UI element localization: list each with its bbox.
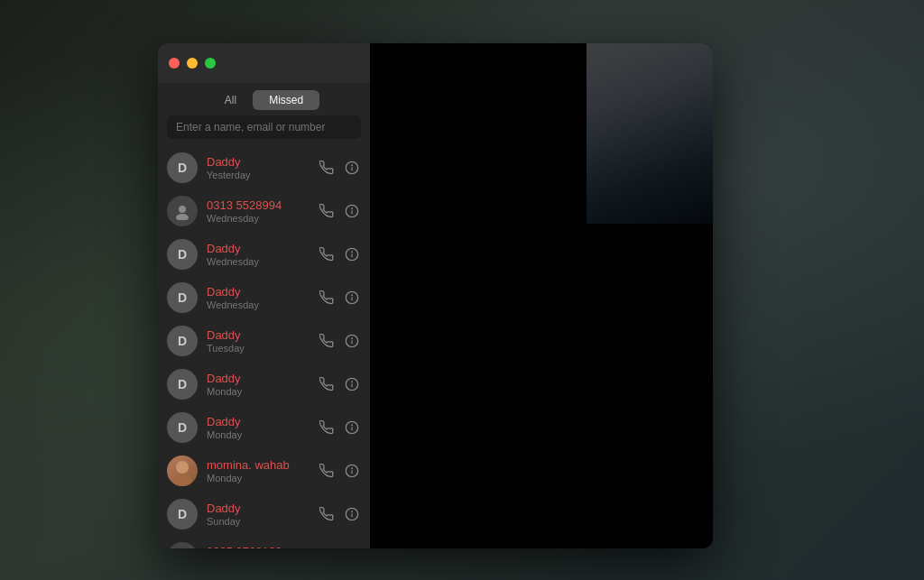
call-item[interactable]: momina. wahab Monday bbox=[158, 449, 370, 493]
call-list: D Daddy Yesterday bbox=[158, 146, 370, 548]
call-name: Daddy bbox=[207, 328, 309, 342]
call-name: 0305 9760160 bbox=[207, 545, 309, 548]
phone-icon[interactable] bbox=[318, 332, 336, 350]
minimize-button[interactable] bbox=[187, 58, 198, 69]
call-name: Daddy bbox=[207, 285, 309, 299]
call-item[interactable]: 0305 9760160 21/08/2021 bbox=[158, 536, 370, 548]
avatar: D bbox=[167, 239, 198, 270]
call-item[interactable]: D Daddy Tuesday bbox=[158, 319, 370, 363]
tab-bar: All Missed bbox=[158, 83, 370, 115]
call-item[interactable]: D Daddy Yesterday bbox=[158, 146, 370, 189]
svg-point-24 bbox=[172, 474, 192, 486]
call-time: Tuesday bbox=[207, 343, 309, 354]
call-time: Wednesday bbox=[207, 213, 309, 224]
call-item[interactable]: D Daddy Monday bbox=[158, 406, 370, 449]
info-icon[interactable] bbox=[343, 375, 361, 393]
call-item[interactable]: 0313 5528994 Wednesday bbox=[158, 189, 370, 233]
close-button[interactable] bbox=[169, 58, 180, 69]
right-panel bbox=[370, 43, 713, 548]
call-time: Monday bbox=[207, 386, 309, 397]
info-icon[interactable] bbox=[343, 505, 361, 523]
call-info: Daddy Sunday bbox=[207, 502, 309, 527]
call-name: Daddy bbox=[207, 372, 309, 385]
tab-missed[interactable]: Missed bbox=[253, 90, 319, 110]
avatar: D bbox=[167, 499, 198, 529]
phone-icon[interactable] bbox=[318, 202, 336, 220]
call-actions bbox=[318, 419, 361, 437]
call-actions bbox=[318, 332, 361, 350]
call-actions bbox=[318, 289, 361, 307]
call-info: Daddy Tuesday bbox=[207, 328, 309, 354]
call-time: Sunday bbox=[207, 516, 309, 527]
info-icon[interactable] bbox=[343, 332, 361, 350]
avatar bbox=[167, 456, 198, 486]
app-window: All Missed D Daddy Yesterday bbox=[158, 43, 713, 548]
search-bar bbox=[167, 115, 361, 139]
avatar bbox=[167, 196, 198, 226]
call-item[interactable]: D Daddy Monday bbox=[158, 363, 370, 406]
call-time: Wednesday bbox=[207, 256, 309, 267]
info-icon[interactable] bbox=[343, 245, 361, 263]
call-info: 0305 9760160 21/08/2021 bbox=[207, 545, 309, 548]
phone-icon[interactable] bbox=[318, 159, 336, 177]
call-name: Daddy bbox=[207, 502, 309, 515]
call-info: Daddy Yesterday bbox=[207, 155, 309, 180]
call-info: Daddy Wednesday bbox=[207, 285, 309, 310]
call-name: Daddy bbox=[207, 242, 309, 255]
call-actions bbox=[318, 462, 361, 480]
tab-all[interactable]: All bbox=[208, 90, 253, 110]
phone-icon[interactable] bbox=[318, 419, 336, 437]
search-input[interactable] bbox=[167, 115, 361, 139]
call-info: 0313 5528994 Wednesday bbox=[207, 198, 309, 224]
call-time: Monday bbox=[207, 473, 309, 483]
call-actions bbox=[318, 375, 361, 393]
call-info: Daddy Monday bbox=[207, 415, 309, 440]
call-item[interactable]: D Daddy Wednesday bbox=[158, 276, 370, 319]
info-icon[interactable] bbox=[343, 462, 361, 480]
avatar: D bbox=[167, 282, 198, 313]
call-name: 0313 5528994 bbox=[207, 198, 309, 212]
avatar: D bbox=[167, 412, 198, 443]
info-icon[interactable] bbox=[343, 419, 361, 437]
phone-icon[interactable] bbox=[318, 375, 336, 393]
phone-icon[interactable] bbox=[318, 289, 336, 307]
call-name: Daddy bbox=[207, 155, 309, 169]
corner-photo-decoration bbox=[587, 43, 713, 224]
avatar bbox=[167, 542, 198, 548]
svg-point-4 bbox=[176, 214, 189, 220]
phone-icon[interactable] bbox=[318, 462, 336, 480]
svg-point-3 bbox=[179, 206, 186, 213]
call-time: Monday bbox=[207, 429, 309, 440]
call-time: Yesterday bbox=[207, 170, 309, 180]
call-actions bbox=[318, 202, 361, 220]
call-actions bbox=[318, 505, 361, 523]
call-time: Wednesday bbox=[207, 299, 309, 310]
maximize-button[interactable] bbox=[205, 58, 216, 69]
call-info: momina. wahab Monday bbox=[207, 458, 309, 483]
phone-icon[interactable] bbox=[318, 245, 336, 263]
call-item[interactable]: D Daddy Sunday bbox=[158, 493, 370, 536]
left-panel: All Missed D Daddy Yesterday bbox=[158, 43, 370, 548]
avatar: D bbox=[167, 369, 198, 400]
call-actions bbox=[318, 245, 361, 263]
avatar: D bbox=[167, 152, 198, 183]
title-bar bbox=[158, 43, 370, 83]
call-name: Daddy bbox=[207, 415, 309, 428]
call-actions bbox=[318, 159, 361, 177]
phone-icon[interactable] bbox=[318, 505, 336, 523]
call-info: Daddy Wednesday bbox=[207, 242, 309, 267]
avatar: D bbox=[167, 326, 198, 356]
call-info: Daddy Monday bbox=[207, 372, 309, 397]
info-icon[interactable] bbox=[343, 159, 361, 177]
info-icon[interactable] bbox=[343, 202, 361, 220]
info-icon[interactable] bbox=[343, 289, 361, 307]
call-item[interactable]: D Daddy Wednesday bbox=[158, 233, 370, 276]
svg-point-23 bbox=[176, 461, 189, 474]
call-name: momina. wahab bbox=[207, 458, 309, 472]
